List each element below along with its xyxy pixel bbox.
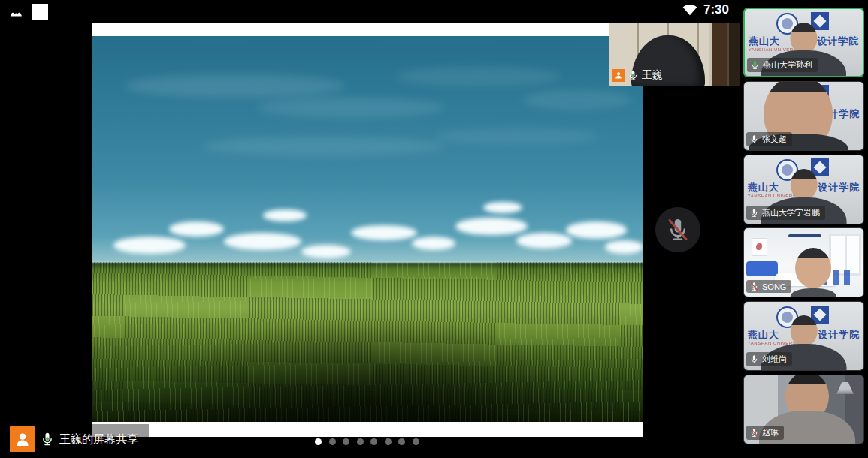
wall-fixture bbox=[788, 234, 822, 238]
pagination-dot[interactable] bbox=[370, 438, 377, 445]
sharer-avatar bbox=[10, 426, 35, 452]
cumulus-cloud bbox=[412, 237, 456, 250]
sofa bbox=[746, 261, 777, 276]
mute-toggle-button[interactable] bbox=[655, 207, 700, 252]
pagination-dot[interactable] bbox=[398, 438, 405, 445]
cumulus-cloud bbox=[605, 240, 643, 254]
cumulus-cloud bbox=[483, 202, 522, 213]
participant-name-tag: 燕山大学宁岩鹏 bbox=[746, 206, 825, 220]
pagination-dot[interactable] bbox=[329, 438, 336, 445]
self-avatar bbox=[612, 69, 625, 82]
cumulus-cloud bbox=[566, 221, 627, 239]
mic-icon bbox=[749, 134, 759, 144]
cirrus-cloud bbox=[257, 98, 445, 117]
self-video-floating[interactable]: 王巍 bbox=[609, 23, 740, 86]
cumulus-cloud bbox=[516, 233, 571, 249]
mic-icon bbox=[750, 60, 760, 70]
cirrus-cloud bbox=[395, 67, 561, 86]
mic-muted-icon bbox=[749, 428, 759, 438]
screen-share-stage: 王巍的屏幕共享 王巍 bbox=[0, 0, 740, 458]
self-name-label: 王巍 bbox=[642, 68, 662, 82]
cumulus-cloud bbox=[224, 233, 301, 250]
shared-slide bbox=[92, 23, 643, 437]
mic-icon bbox=[749, 208, 759, 218]
person-silhouette bbox=[789, 248, 837, 297]
pagination-dot[interactable] bbox=[413, 438, 419, 445]
participant-name-label: 刘维尚 bbox=[762, 354, 787, 365]
participant-thumbnail[interactable]: SONG bbox=[743, 227, 864, 297]
participant-name-label: SONG bbox=[762, 282, 786, 291]
sharer-banner-label: 王巍的屏幕共享 bbox=[59, 432, 138, 447]
cirrus-cloud bbox=[522, 90, 633, 110]
meeting-app-screen: 王巍的屏幕共享 王巍 bbox=[0, 0, 868, 458]
pagination-dot[interactable] bbox=[385, 438, 392, 445]
cumulus-cloud bbox=[301, 245, 351, 258]
slide-pagination bbox=[315, 438, 419, 445]
participant-thumbnail[interactable]: 燕山大设计学院YANSHAN UNIVERSITY刘维尚 bbox=[743, 301, 864, 371]
cumulus-cloud bbox=[113, 237, 185, 254]
pagination-dot[interactable] bbox=[343, 438, 349, 445]
participants-sidebar: 燕山大设计学院YANSHAN UNIVERSITY燕山大学孙利与设计学院张文超燕… bbox=[740, 0, 868, 458]
cirrus-cloud bbox=[202, 137, 445, 156]
participant-thumbnail[interactable]: 与设计学院张文超 bbox=[743, 81, 864, 151]
mic-muted-icon bbox=[749, 282, 759, 291]
photo-vignette bbox=[92, 306, 643, 422]
cirrus-cloud bbox=[125, 74, 346, 98]
self-name-tag: 王巍 bbox=[612, 68, 662, 82]
participant-thumbnail[interactable]: 燕山大设计学院YANSHAN UNIVERSITY燕山大学宁岩鹏 bbox=[743, 155, 864, 224]
participant-name-tag: SONG bbox=[746, 280, 791, 293]
participant-name-label: 燕山大学孙利 bbox=[763, 59, 812, 71]
cirrus-cloud bbox=[434, 128, 599, 144]
wall-art bbox=[752, 238, 767, 256]
mic-icon bbox=[749, 354, 759, 364]
sharer-banner: 王巍的屏幕共享 bbox=[10, 426, 138, 452]
participant-name-tag: 赵琳 bbox=[746, 426, 784, 440]
mic-muted-icon bbox=[665, 217, 691, 243]
participant-name-tag: 刘维尚 bbox=[746, 352, 792, 366]
participant-name-tag: 燕山大学孙利 bbox=[747, 58, 818, 72]
pagination-dot[interactable] bbox=[315, 438, 322, 445]
grassland-photo bbox=[92, 36, 643, 422]
pagination-dot[interactable] bbox=[357, 438, 364, 445]
participant-thumbnail[interactable]: 燕山大设计学院YANSHAN UNIVERSITY燕山大学孙利 bbox=[743, 8, 864, 77]
mic-icon bbox=[40, 432, 55, 447]
cumulus-cloud bbox=[455, 218, 527, 235]
cumulus-cloud bbox=[351, 225, 417, 241]
cumulus-cloud bbox=[263, 209, 307, 221]
participant-name-label: 燕山大学宁岩鹏 bbox=[762, 207, 820, 218]
cumulus-cloud bbox=[169, 221, 224, 237]
participant-name-tag: 张文超 bbox=[746, 132, 792, 146]
participant-name-label: 张文超 bbox=[762, 134, 787, 145]
mic-icon bbox=[628, 70, 639, 81]
participant-thumbnail[interactable]: 赵琳 bbox=[743, 375, 864, 444]
participant-name-label: 赵琳 bbox=[762, 427, 779, 438]
